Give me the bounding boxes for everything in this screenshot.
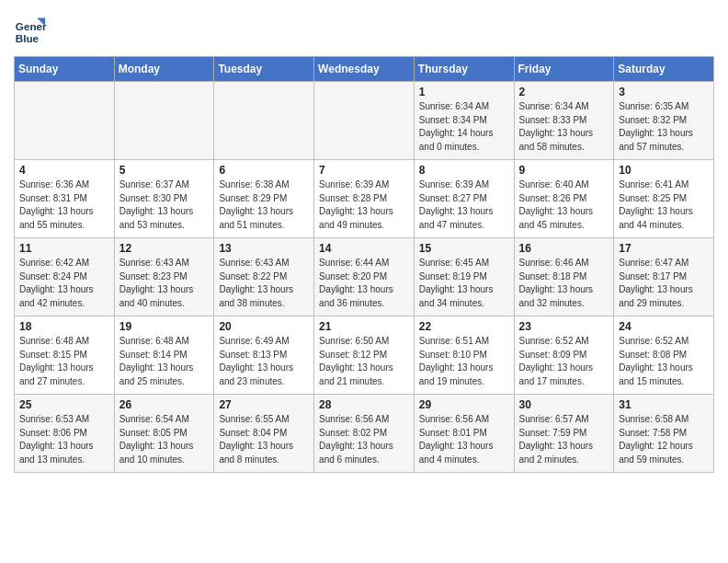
logo: General Blue bbox=[14, 14, 47, 47]
day-info: Sunrise: 6:42 AM Sunset: 8:24 PM Dayligh… bbox=[19, 257, 109, 310]
calendar-cell: 12Sunrise: 6:43 AM Sunset: 8:23 PM Dayli… bbox=[114, 238, 214, 316]
day-number: 19 bbox=[119, 320, 210, 333]
calendar-cell bbox=[314, 82, 415, 160]
logo-icon: General Blue bbox=[14, 14, 47, 47]
day-info: Sunrise: 6:52 AM Sunset: 8:08 PM Dayligh… bbox=[619, 335, 709, 388]
day-info: Sunrise: 6:53 AM Sunset: 8:06 PM Dayligh… bbox=[19, 413, 109, 466]
calendar-cell: 5Sunrise: 6:37 AM Sunset: 8:30 PM Daylig… bbox=[114, 160, 214, 238]
day-number: 17 bbox=[619, 242, 709, 255]
day-number: 10 bbox=[619, 164, 709, 177]
day-number: 2 bbox=[519, 86, 609, 98]
weekday-header-tuesday: Tuesday bbox=[214, 57, 314, 82]
day-info: Sunrise: 6:52 AM Sunset: 8:09 PM Dayligh… bbox=[519, 335, 609, 388]
weekday-header-sunday: Sunday bbox=[15, 57, 115, 82]
calendar-cell: 13Sunrise: 6:43 AM Sunset: 8:22 PM Dayli… bbox=[214, 238, 314, 316]
day-info: Sunrise: 6:51 AM Sunset: 8:10 PM Dayligh… bbox=[419, 335, 509, 388]
calendar-cell: 8Sunrise: 6:39 AM Sunset: 8:27 PM Daylig… bbox=[414, 160, 514, 238]
day-number: 8 bbox=[419, 164, 509, 177]
day-info: Sunrise: 6:44 AM Sunset: 8:20 PM Dayligh… bbox=[319, 257, 409, 310]
day-number: 11 bbox=[19, 242, 109, 255]
day-number: 24 bbox=[619, 320, 709, 333]
day-number: 1 bbox=[419, 86, 509, 98]
calendar-cell: 31Sunrise: 6:58 AM Sunset: 7:58 PM Dayli… bbox=[614, 395, 714, 473]
weekday-header-saturday: Saturday bbox=[614, 57, 714, 82]
calendar-week-4: 18Sunrise: 6:48 AM Sunset: 8:15 PM Dayli… bbox=[15, 316, 714, 395]
day-number: 25 bbox=[19, 398, 109, 411]
day-info: Sunrise: 6:46 AM Sunset: 8:18 PM Dayligh… bbox=[519, 257, 609, 310]
day-number: 3 bbox=[619, 86, 709, 98]
calendar-cell: 11Sunrise: 6:42 AM Sunset: 8:24 PM Dayli… bbox=[15, 238, 115, 316]
calendar-cell: 20Sunrise: 6:49 AM Sunset: 8:13 PM Dayli… bbox=[214, 316, 314, 395]
calendar-cell: 22Sunrise: 6:51 AM Sunset: 8:10 PM Dayli… bbox=[414, 316, 514, 395]
day-info: Sunrise: 6:57 AM Sunset: 7:59 PM Dayligh… bbox=[519, 413, 609, 466]
calendar-cell: 30Sunrise: 6:57 AM Sunset: 7:59 PM Dayli… bbox=[514, 395, 614, 473]
day-number: 27 bbox=[219, 398, 309, 411]
day-number: 13 bbox=[219, 242, 309, 255]
day-info: Sunrise: 6:56 AM Sunset: 8:01 PM Dayligh… bbox=[419, 413, 509, 466]
day-number: 31 bbox=[619, 398, 709, 411]
day-info: Sunrise: 6:36 AM Sunset: 8:31 PM Dayligh… bbox=[19, 178, 109, 232]
day-info: Sunrise: 6:48 AM Sunset: 8:15 PM Dayligh… bbox=[19, 335, 109, 388]
calendar-cell: 24Sunrise: 6:52 AM Sunset: 8:08 PM Dayli… bbox=[614, 316, 714, 395]
weekday-header-wednesday: Wednesday bbox=[314, 57, 415, 82]
day-info: Sunrise: 6:45 AM Sunset: 8:19 PM Dayligh… bbox=[419, 257, 509, 310]
calendar-cell: 9Sunrise: 6:40 AM Sunset: 8:26 PM Daylig… bbox=[514, 160, 614, 238]
day-info: Sunrise: 6:38 AM Sunset: 8:29 PM Dayligh… bbox=[219, 178, 309, 232]
calendar-table: SundayMondayTuesdayWednesdayThursdayFrid… bbox=[14, 56, 714, 473]
calendar-cell: 7Sunrise: 6:39 AM Sunset: 8:28 PM Daylig… bbox=[314, 160, 415, 238]
day-number: 7 bbox=[319, 164, 409, 177]
calendar-cell bbox=[214, 82, 314, 160]
calendar-week-3: 11Sunrise: 6:42 AM Sunset: 8:24 PM Dayli… bbox=[15, 238, 714, 316]
day-info: Sunrise: 6:34 AM Sunset: 8:34 PM Dayligh… bbox=[419, 100, 509, 154]
calendar-cell: 21Sunrise: 6:50 AM Sunset: 8:12 PM Dayli… bbox=[314, 316, 415, 395]
day-number: 12 bbox=[119, 242, 210, 255]
day-number: 22 bbox=[419, 320, 509, 333]
day-number: 23 bbox=[519, 320, 609, 333]
weekday-header-row: SundayMondayTuesdayWednesdayThursdayFrid… bbox=[15, 57, 714, 82]
day-info: Sunrise: 6:40 AM Sunset: 8:26 PM Dayligh… bbox=[519, 178, 609, 232]
day-number: 6 bbox=[219, 164, 309, 177]
calendar-cell: 2Sunrise: 6:34 AM Sunset: 8:33 PM Daylig… bbox=[514, 82, 614, 160]
calendar-cell: 16Sunrise: 6:46 AM Sunset: 8:18 PM Dayli… bbox=[514, 238, 614, 316]
day-number: 9 bbox=[519, 164, 609, 177]
calendar-cell bbox=[15, 82, 115, 160]
day-info: Sunrise: 6:56 AM Sunset: 8:02 PM Dayligh… bbox=[319, 413, 409, 466]
calendar-cell bbox=[114, 82, 214, 160]
calendar-cell: 6Sunrise: 6:38 AM Sunset: 8:29 PM Daylig… bbox=[214, 160, 314, 238]
calendar-cell: 28Sunrise: 6:56 AM Sunset: 8:02 PM Dayli… bbox=[314, 395, 415, 473]
calendar-cell: 19Sunrise: 6:48 AM Sunset: 8:14 PM Dayli… bbox=[114, 316, 214, 395]
calendar-cell: 18Sunrise: 6:48 AM Sunset: 8:15 PM Dayli… bbox=[15, 316, 115, 395]
calendar-header: SundayMondayTuesdayWednesdayThursdayFrid… bbox=[15, 57, 714, 82]
day-number: 26 bbox=[119, 398, 210, 411]
day-number: 28 bbox=[319, 398, 409, 411]
day-number: 18 bbox=[19, 320, 109, 333]
weekday-header-friday: Friday bbox=[514, 57, 614, 82]
day-number: 4 bbox=[19, 164, 109, 177]
calendar-cell: 23Sunrise: 6:52 AM Sunset: 8:09 PM Dayli… bbox=[514, 316, 614, 395]
calendar-cell: 25Sunrise: 6:53 AM Sunset: 8:06 PM Dayli… bbox=[15, 395, 115, 473]
weekday-header-monday: Monday bbox=[114, 57, 214, 82]
weekday-header-thursday: Thursday bbox=[414, 57, 514, 82]
calendar-week-5: 25Sunrise: 6:53 AM Sunset: 8:06 PM Dayli… bbox=[15, 395, 714, 473]
day-info: Sunrise: 6:43 AM Sunset: 8:22 PM Dayligh… bbox=[219, 257, 309, 310]
calendar-week-1: 1Sunrise: 6:34 AM Sunset: 8:34 PM Daylig… bbox=[15, 82, 714, 160]
day-number: 21 bbox=[319, 320, 409, 333]
day-number: 30 bbox=[519, 398, 609, 411]
calendar-cell: 17Sunrise: 6:47 AM Sunset: 8:17 PM Dayli… bbox=[614, 238, 714, 316]
calendar-cell: 1Sunrise: 6:34 AM Sunset: 8:34 PM Daylig… bbox=[414, 82, 514, 160]
calendar-cell: 10Sunrise: 6:41 AM Sunset: 8:25 PM Dayli… bbox=[614, 160, 714, 238]
day-number: 29 bbox=[419, 398, 509, 411]
calendar-week-2: 4Sunrise: 6:36 AM Sunset: 8:31 PM Daylig… bbox=[15, 160, 714, 238]
calendar-cell: 15Sunrise: 6:45 AM Sunset: 8:19 PM Dayli… bbox=[414, 238, 514, 316]
day-info: Sunrise: 6:41 AM Sunset: 8:25 PM Dayligh… bbox=[619, 178, 709, 232]
svg-text:Blue: Blue bbox=[16, 32, 40, 44]
day-number: 20 bbox=[219, 320, 309, 333]
calendar-cell: 14Sunrise: 6:44 AM Sunset: 8:20 PM Dayli… bbox=[314, 238, 415, 316]
day-info: Sunrise: 6:47 AM Sunset: 8:17 PM Dayligh… bbox=[619, 257, 709, 310]
day-info: Sunrise: 6:54 AM Sunset: 8:05 PM Dayligh… bbox=[119, 413, 210, 466]
page-header: General Blue bbox=[14, 14, 714, 47]
day-info: Sunrise: 6:39 AM Sunset: 8:27 PM Dayligh… bbox=[419, 178, 509, 232]
day-info: Sunrise: 6:34 AM Sunset: 8:33 PM Dayligh… bbox=[519, 100, 609, 154]
day-info: Sunrise: 6:50 AM Sunset: 8:12 PM Dayligh… bbox=[319, 335, 409, 388]
calendar-cell: 4Sunrise: 6:36 AM Sunset: 8:31 PM Daylig… bbox=[15, 160, 115, 238]
